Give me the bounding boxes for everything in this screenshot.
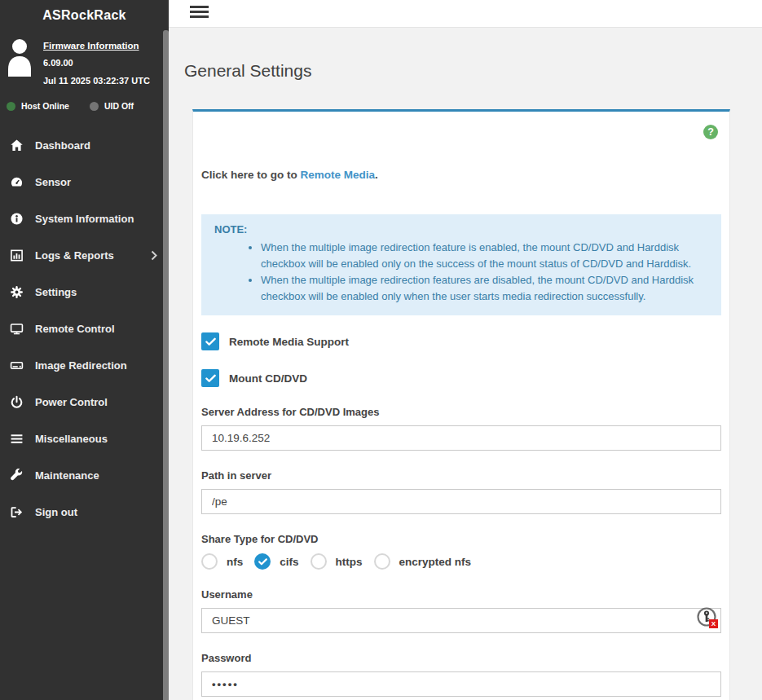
- uid-off-dot: [90, 102, 99, 111]
- server-address-label: Server Address for CD/DVD Images: [201, 406, 721, 418]
- host-online-label: Host Online: [21, 101, 69, 111]
- sidebar-item-label: Remote Control: [35, 323, 115, 335]
- sidebar-item-label: Logs & Reports: [35, 249, 114, 262]
- radio-option-cifs: cifs: [254, 553, 298, 570]
- gear-icon: [8, 285, 24, 299]
- sidebar-item-label: Power Control: [35, 396, 108, 408]
- path-in-server-label: Path in server: [201, 469, 721, 482]
- help-icon[interactable]: ?: [703, 125, 718, 139]
- status-row: Host Online UID Off: [7, 101, 169, 111]
- radio-option-nfs: nfs: [201, 553, 243, 570]
- home-icon: [8, 139, 24, 152]
- goto-suffix: .: [375, 169, 378, 181]
- remote-media-line: Click here to go to Remote Media.: [201, 112, 721, 181]
- note-title: NOTE:: [214, 223, 708, 236]
- sidebar-item-dashboard[interactable]: Dashboard: [0, 127, 169, 164]
- server-address-input[interactable]: [201, 425, 721, 451]
- mount-cd-dvd-checkbox[interactable]: [201, 369, 219, 387]
- firmware-version: 6.09.00: [43, 58, 150, 68]
- sidebar-item-label: Settings: [35, 286, 77, 298]
- remote-media-link[interactable]: Remote Media: [301, 169, 376, 181]
- mount-cd-dvd-label[interactable]: Mount CD/DVD: [229, 372, 307, 385]
- note-bullet: When the multiple image redirection feat…: [261, 272, 708, 305]
- encrypted-nfs-radio-label[interactable]: encrypted nfs: [399, 556, 472, 568]
- share-type-radio-group: nfs cifs https encrypted nfs: [201, 553, 721, 570]
- sign-out-icon: [8, 505, 24, 519]
- sidebar-item-logs-reports[interactable]: Logs & Reports: [0, 237, 169, 274]
- sidebar-item-label: Dashboard: [35, 139, 90, 152]
- sidebar-item-label: Sign out: [35, 506, 77, 518]
- username-input-wrap: X: [201, 601, 721, 633]
- https-radio-label[interactable]: https: [336, 556, 363, 568]
- remote-media-support-checkbox[interactable]: [201, 332, 219, 350]
- sidebar-item-label: Maintenance: [35, 469, 99, 482]
- sidebar-item-image-redirection[interactable]: Image Redirection: [0, 347, 169, 384]
- sidebar-item-power-control[interactable]: Power Control: [0, 384, 169, 420]
- radio-option-https: https: [311, 553, 363, 570]
- sidebar-item-sensor[interactable]: Sensor: [0, 164, 169, 200]
- brand-title: ASRockRack: [0, 0, 169, 31]
- remote-media-support-label[interactable]: Remote Media Support: [229, 336, 349, 348]
- info-icon: [8, 212, 24, 226]
- sidebar-item-label: Sensor: [35, 176, 71, 188]
- mount-cd-dvd-row: Mount CD/DVD: [201, 369, 721, 387]
- sidebar-item-label: Image Redirection: [35, 359, 127, 372]
- drive-icon: [8, 359, 24, 372]
- password-manager-error-badge: X: [709, 619, 718, 628]
- encrypted-nfs-radio[interactable]: [374, 553, 390, 570]
- sidebar-item-system-information[interactable]: System Information: [0, 200, 169, 237]
- host-online-dot: [7, 102, 15, 111]
- note-list: When the multiple image redirection feat…: [214, 240, 708, 305]
- gauge-icon: [8, 175, 24, 189]
- firmware-date: Jul 11 2025 03:22:37 UTC: [43, 76, 150, 86]
- sidebar: ASRockRack Firmware Information 6.09.00 …: [0, 0, 169, 700]
- password-manager-key-icon[interactable]: X: [696, 606, 717, 627]
- radio-option-encrypted-nfs: encrypted nfs: [374, 553, 472, 570]
- cifs-radio-label[interactable]: cifs: [280, 556, 298, 568]
- uid-off-label: UID Off: [104, 101, 134, 111]
- cifs-radio[interactable]: [254, 553, 271, 570]
- sidebar-scrollbar-thumb[interactable]: [163, 30, 169, 700]
- path-in-server-input[interactable]: [201, 489, 721, 514]
- sidebar-item-remote-control[interactable]: Remote Control: [0, 310, 169, 347]
- sidebar-item-sign-out[interactable]: Sign out: [0, 494, 169, 531]
- password-label: Password: [201, 652, 721, 664]
- content: General Settings ? Click here to go to R…: [169, 28, 762, 700]
- firmware-info: Firmware Information 6.09.00 Jul 11 2025…: [43, 37, 150, 86]
- sidebar-item-maintenance[interactable]: Maintenance: [0, 457, 169, 494]
- password-input[interactable]: [201, 671, 721, 697]
- username-input[interactable]: [201, 608, 721, 633]
- sidebar-item-settings[interactable]: Settings: [0, 274, 169, 310]
- bar-chart-icon: [8, 249, 24, 262]
- chevron-right-icon: [151, 250, 157, 261]
- note-box: NOTE: When the multiple image redirectio…: [201, 214, 721, 315]
- nfs-radio[interactable]: [201, 553, 218, 570]
- general-settings-card: ? Click here to go to Remote Media. NOTE…: [192, 109, 730, 700]
- nfs-radio-label[interactable]: nfs: [227, 556, 243, 568]
- sidebar-item-label: System Information: [35, 213, 134, 225]
- sidebar-nav: Dashboard Sensor System Information Logs…: [0, 127, 169, 531]
- remote-media-support-row: Remote Media Support: [201, 332, 721, 350]
- share-type-label: Share Type for CD/DVD: [201, 533, 721, 545]
- power-icon: [8, 395, 24, 409]
- note-bullet: When the multiple image redirection feat…: [261, 240, 708, 272]
- sidebar-item-label: Miscellaneous: [35, 433, 108, 445]
- monitor-icon: [8, 322, 24, 336]
- username-label: Username: [201, 588, 721, 601]
- wrench-icon: [8, 469, 24, 482]
- main-area: General Settings ? Click here to go to R…: [169, 0, 762, 700]
- page-title: General Settings: [184, 61, 762, 81]
- sidebar-item-miscellaneous[interactable]: Miscellaneous: [0, 420, 169, 457]
- https-radio[interactable]: [311, 553, 327, 570]
- topbar: [169, 0, 762, 28]
- firmware-information-link[interactable]: Firmware Information: [43, 41, 150, 51]
- hamburger-menu-icon[interactable]: [190, 6, 209, 20]
- goto-prefix: Click here to go to: [201, 169, 301, 181]
- user-panel: Firmware Information 6.09.00 Jul 11 2025…: [0, 31, 169, 86]
- list-icon: [8, 432, 24, 446]
- user-avatar-icon: [7, 37, 33, 77]
